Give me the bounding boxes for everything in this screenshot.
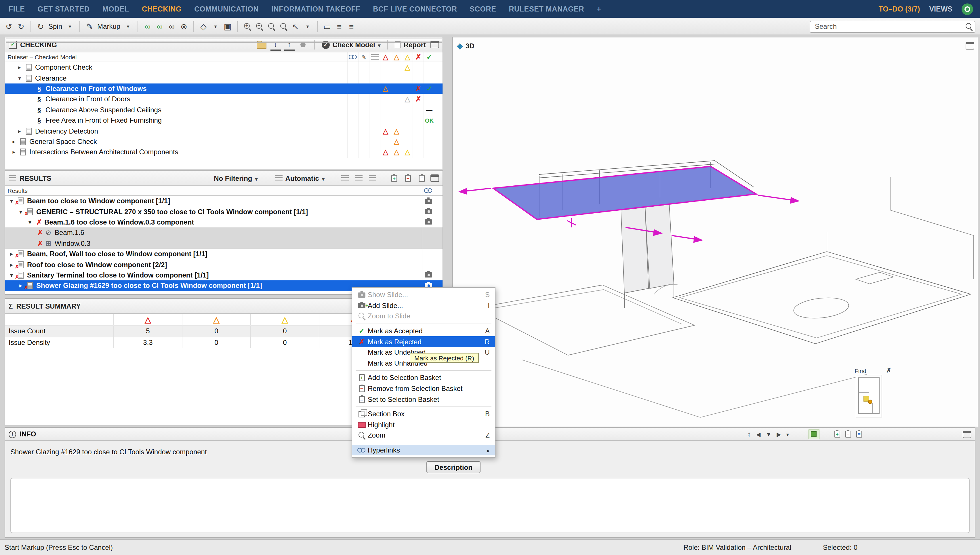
- menu-item-highlight[interactable]: Highlight: [352, 419, 495, 430]
- markup-chevron-icon[interactable]: [123, 21, 134, 32]
- menu-checking[interactable]: CHECKING: [136, 5, 188, 13]
- spin-chevron-icon[interactable]: [64, 21, 75, 32]
- check-model-button[interactable]: Check Model: [321, 40, 382, 49]
- menu-information-takeoff[interactable]: INFORMATION TAKEOFF: [265, 5, 366, 13]
- severity-orange-column-icon[interactable]: [394, 53, 399, 61]
- edit-column-icon[interactable]: [361, 53, 366, 61]
- basket-remove-icon[interactable]: [405, 175, 411, 182]
- spin-icon[interactable]: [35, 21, 46, 32]
- menu-item-section-box[interactable]: Section Box B: [352, 409, 495, 419]
- result-row-generic-structural[interactable]: GENERIC – STRUCTURAL 270 x 350 too close…: [5, 206, 443, 217]
- export-icon[interactable]: [270, 39, 281, 50]
- menu-add-tab[interactable]: +: [590, 5, 608, 13]
- expand-arrow-icon[interactable]: [17, 64, 22, 70]
- markup-text-area[interactable]: [10, 478, 970, 533]
- 3d-viewport[interactable]: 3D First: [452, 37, 978, 427]
- menu-score[interactable]: SCORE: [464, 5, 503, 13]
- accepted-column-icon[interactable]: [427, 53, 432, 61]
- import-icon[interactable]: [284, 39, 295, 50]
- layers-icon[interactable]: [334, 21, 345, 32]
- cursor-chevron-icon[interactable]: [302, 21, 313, 32]
- markup-pen-icon[interactable]: [84, 21, 95, 32]
- checking-row-suspended-ceilings[interactable]: Clearance Above Suspended Ceilings —: [5, 104, 443, 115]
- result-row-window03-component[interactable]: Window.0.3: [5, 238, 443, 249]
- minimap-close-icon[interactable]: [886, 367, 891, 374]
- open-ruleset-icon[interactable]: [257, 42, 267, 49]
- checking-row-clearance-windows[interactable]: Clearance in Front of Windows: [5, 83, 443, 94]
- next-icon[interactable]: [777, 431, 781, 437]
- spin-label[interactable]: Spin: [48, 22, 62, 30]
- checking-row-deficiency-detection[interactable]: Deficiency Detection: [5, 126, 443, 136]
- menu-file[interactable]: FILE: [2, 5, 31, 13]
- collapse-arrow-icon[interactable]: [9, 272, 14, 278]
- expand-arrow-icon[interactable]: [11, 139, 17, 144]
- menu-communication[interactable]: COMMUNICATION: [188, 5, 265, 13]
- role-indicator[interactable]: Role: BIM Validation – Architectural: [684, 544, 791, 552]
- checking-row-clearance[interactable]: Clearance: [5, 73, 443, 83]
- severity-yellow-column-icon[interactable]: [405, 53, 410, 61]
- layers-stack-icon[interactable]: [346, 21, 357, 32]
- menu-bcf-live-connector[interactable]: BCF LIVE CONNECTOR: [366, 5, 463, 13]
- drop-icon[interactable]: [766, 431, 771, 437]
- link-icon[interactable]: [142, 21, 153, 32]
- unlink-icon[interactable]: [166, 21, 177, 32]
- zoom-in-icon[interactable]: [243, 22, 251, 30]
- checking-row-intersections[interactable]: Intersections Between Architectural Comp…: [5, 147, 443, 157]
- markup-label[interactable]: Markup: [97, 22, 120, 30]
- menu-item-add-to-basket[interactable]: Add to Selection Basket: [352, 372, 495, 383]
- info-panel-menu-icon[interactable]: [963, 430, 971, 438]
- record-icon[interactable]: [301, 42, 306, 47]
- undo-icon[interactable]: [3, 21, 14, 32]
- collapse-arrow-icon[interactable]: [27, 219, 33, 225]
- erase-icon[interactable]: [322, 21, 333, 32]
- table-column-icon[interactable]: [371, 54, 378, 60]
- result-row-sanitary-terminal[interactable]: Sanitary Terminal too close to Window co…: [5, 270, 443, 281]
- result-row-beam-roof-wall[interactable]: Beam, Roof, Wall too close to Window com…: [5, 249, 443, 259]
- show-model-icon[interactable]: [809, 429, 819, 439]
- description-button[interactable]: Description: [427, 461, 481, 473]
- rejected-column-icon[interactable]: [416, 53, 421, 61]
- collapse-arrow-icon[interactable]: [18, 209, 24, 215]
- menu-item-zoom[interactable]: Zoom Z: [352, 430, 495, 441]
- filter-dropdown[interactable]: No Filtering: [213, 174, 259, 182]
- slide-camera-icon[interactable]: [425, 273, 432, 278]
- menu-get-started[interactable]: GET STARTED: [31, 5, 96, 13]
- slide-column-icon[interactable]: [424, 188, 433, 193]
- menu-item-mark-rejected[interactable]: Mark as Rejected R: [352, 337, 495, 347]
- zoom-out-icon[interactable]: [255, 22, 263, 30]
- result-row-beam[interactable]: Beam too close to Window component [1/1]: [5, 196, 443, 206]
- views-menu[interactable]: VIEWS: [929, 5, 952, 13]
- severity-red-column-icon[interactable]: [383, 53, 388, 61]
- expand-arrow-icon[interactable]: [11, 149, 17, 155]
- menu-item-add-slide[interactable]: Add Slide... I: [352, 300, 495, 311]
- checking-row-component-check[interactable]: Component Check: [5, 62, 443, 73]
- todo-indicator[interactable]: TO–DO (3/7): [878, 5, 920, 13]
- checking-row-general-space-check[interactable]: General Space Check: [5, 136, 443, 147]
- viewer-panel-menu-icon[interactable]: [966, 42, 974, 50]
- slide-camera-icon[interactable]: [425, 209, 432, 214]
- search-input[interactable]: [810, 21, 975, 32]
- link-all-icon[interactable]: [154, 21, 165, 32]
- slide-camera-icon[interactable]: [425, 198, 432, 204]
- list-view-icon[interactable]: [355, 175, 362, 181]
- chevron-down-icon[interactable]: [787, 431, 789, 437]
- expand-arrow-icon[interactable]: [9, 261, 14, 268]
- expand-arrow-icon[interactable]: [9, 251, 14, 257]
- results-panel-menu-icon[interactable]: [430, 175, 439, 182]
- fit-box-icon[interactable]: [222, 21, 233, 32]
- grouping-dropdown[interactable]: Automatic: [274, 174, 326, 182]
- floorplan-minimap[interactable]: [856, 375, 882, 417]
- 3d-model-wireframe[interactable]: [453, 37, 978, 427]
- checking-row-clearance-doors[interactable]: Clearance in Front of Doors: [5, 94, 443, 104]
- link-column-icon[interactable]: [349, 55, 357, 59]
- result-row-roof[interactable]: Roof too close to Window component [2/2]: [5, 259, 443, 270]
- reorder-icon[interactable]: [748, 430, 751, 438]
- basket-add-icon[interactable]: [391, 175, 397, 182]
- cube-chevron-icon[interactable]: [210, 21, 221, 32]
- expand-arrow-icon[interactable]: [17, 128, 22, 134]
- collapse-arrow-icon[interactable]: [17, 75, 22, 81]
- basket-set-icon[interactable]: [419, 175, 425, 182]
- basket-remove-icon[interactable]: [845, 431, 851, 438]
- checking-row-free-area[interactable]: Free Area in Front of Fixed Furnishing O…: [5, 115, 443, 126]
- zoom-reset-icon[interactable]: [267, 22, 275, 30]
